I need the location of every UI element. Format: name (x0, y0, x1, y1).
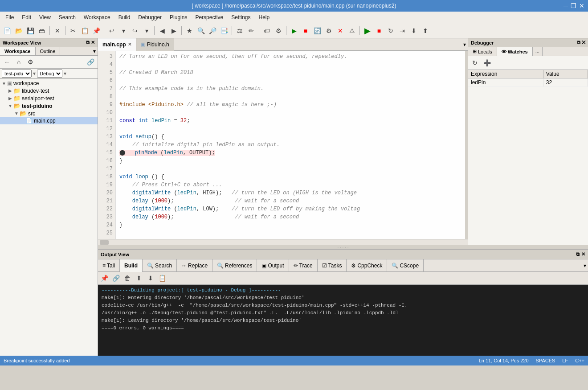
stop-build-btn[interactable]: ■ (300, 25, 311, 36)
out-tab-search[interactable]: 🔍 Search (143, 259, 177, 272)
horizontal-sash[interactable]: · · · · · (98, 245, 588, 249)
menu-help[interactable]: Help (255, 13, 274, 21)
tag2-btn[interactable]: ⚙ (273, 25, 284, 36)
save-btn[interactable]: 💾 (25, 25, 36, 36)
workspace-tab[interactable]: Workspace (0, 47, 36, 55)
tab-dropdown-btn[interactable]: ▾ (91, 47, 98, 55)
config-dropdown-btn[interactable]: ▾ (64, 70, 66, 77)
menu-debugger[interactable]: Debugger (135, 13, 165, 21)
dbg-tab-locals[interactable]: ⊞ Locals (468, 47, 497, 56)
tag-btn[interactable]: 🏷 (261, 25, 272, 36)
clean-btn[interactable]: 🔄 (312, 25, 323, 36)
dbg-tab-extra[interactable]: ... (533, 47, 543, 56)
out-copy-btn[interactable]: 📋 (157, 273, 167, 283)
undo-btn[interactable]: ↩ (106, 25, 117, 36)
close-btn[interactable]: ✕ (579, 2, 584, 9)
tab-maincpp[interactable]: main.cpp ✕ (98, 38, 136, 51)
tree-item-src[interactable]: ▼ 📂 src (0, 110, 98, 117)
out-tab-cscope[interactable]: 🔍 CScope (387, 259, 424, 272)
menu-view[interactable]: View (36, 13, 54, 21)
close-btn[interactable]: ✕ (52, 25, 63, 36)
code-editor[interactable]: // Turns an LED on for one second, then … (116, 51, 465, 239)
menu-perspective[interactable]: Perspective (192, 13, 227, 21)
config-selector[interactable]: Debug (37, 70, 62, 78)
tree-item-serialport[interactable]: ▶ 📁 serialport-test (0, 94, 98, 102)
menu-search[interactable]: Search (55, 13, 79, 21)
minimize-btn[interactable]: ─ (564, 2, 568, 9)
outline-tab[interactable]: Outline (36, 47, 61, 55)
out-tab-trace-label: Trace (299, 263, 313, 269)
horizontal-scrollbar[interactable] (98, 239, 468, 245)
dbg-refresh-btn[interactable]: ↻ (470, 57, 480, 68)
cut-btn[interactable]: ✂ (68, 25, 78, 36)
ws-settings-btn[interactable]: ⚙ (25, 57, 36, 67)
output-restore-btn[interactable]: ⧉ (576, 251, 580, 257)
ws-back-btn[interactable]: ← (2, 57, 12, 67)
refresh-btn[interactable]: ↻ (385, 25, 396, 36)
run-btn[interactable]: ▶ (362, 25, 373, 36)
open-file-btn[interactable]: 📂 (13, 25, 24, 36)
diff-btn[interactable]: ⚖ (234, 25, 245, 36)
project-selector[interactable]: test-pidu (2, 70, 32, 78)
build-settings-btn[interactable]: ⚙ (323, 25, 334, 36)
out-tab-tail[interactable]: ≡ Tail (98, 259, 120, 272)
nav-fwd-btn[interactable]: ▶ (168, 25, 179, 36)
debugger-close-btn[interactable]: ✕ (582, 40, 585, 45)
tab-scroll-btn[interactable]: ▾ (461, 41, 468, 48)
menu-workspace[interactable]: Workspace (80, 13, 114, 21)
out-link-btn[interactable]: 🔗 (110, 273, 121, 283)
out-scroll-up-btn[interactable]: ⬆ (134, 273, 144, 283)
nav-back-btn[interactable]: ◀ (157, 25, 167, 36)
stop-run-btn[interactable]: ■ (374, 25, 384, 36)
output-close-btn[interactable]: ✕ (581, 251, 585, 257)
paste-btn[interactable]: 📌 (91, 25, 102, 36)
build-warn-btn[interactable]: ⚠ (347, 25, 357, 36)
edit2-btn[interactable]: ✏ (246, 25, 257, 36)
menu-file[interactable]: File (2, 13, 17, 21)
save-all-btn[interactable]: 🗃 (37, 25, 47, 36)
dbg-next-btn[interactable]: ⇥ (397, 25, 408, 36)
ws-link-btn[interactable]: 🔗 (85, 57, 96, 67)
dbg-step-in-btn[interactable]: ⬇ (408, 25, 419, 36)
menu-settings[interactable]: Settings (228, 13, 254, 21)
out-tab-replace[interactable]: ↔ Replace (177, 259, 212, 272)
find-in-files-btn[interactable]: 📑 (219, 25, 229, 36)
out-tab-tasks[interactable]: ☑ Tasks (318, 259, 347, 272)
tree-item-libudev[interactable]: ▶ 📁 libudev-test (0, 87, 98, 94)
search-btn[interactable]: 🔍 (196, 25, 206, 36)
debugger-restore-btn[interactable]: ⧉ (577, 40, 580, 45)
undo-dropdown-btn[interactable]: ▾ (118, 25, 129, 36)
menu-build[interactable]: Build (115, 13, 134, 21)
out-tab-trace[interactable]: ✏ Trace (289, 259, 318, 272)
ws-home-btn[interactable]: ⌂ (13, 57, 24, 67)
out-tab-build[interactable]: Build (120, 259, 143, 272)
menu-plugins[interactable]: Plugins (166, 13, 191, 21)
tab-piduino[interactable]: ▣ Piduino.h (136, 38, 174, 51)
search2-btn[interactable]: 🔎 (207, 25, 218, 36)
bookmark-btn[interactable]: ★ (184, 25, 195, 36)
tab-maincpp-close[interactable]: ✕ (128, 42, 131, 47)
tree-item-testpiduino[interactable]: ▼ 📂 test-piduino (0, 102, 98, 110)
tree-item-maincpp[interactable]: 📄 main.cpp (0, 117, 98, 124)
workspace-panel-close-btn[interactable]: ✕ (91, 40, 95, 45)
out-tab-references[interactable]: 🔍 References (212, 259, 257, 272)
restore-btn[interactable]: ❐ (571, 2, 576, 9)
redo-dropdown-btn[interactable]: ▾ (141, 25, 152, 36)
out-scroll-down-btn[interactable]: ⬇ (145, 273, 156, 283)
out-pin-btn[interactable]: 📌 (99, 273, 110, 283)
menu-edit[interactable]: Edit (18, 13, 35, 21)
dbg-add-watch-btn[interactable]: ➕ (482, 57, 492, 68)
out-clear-btn[interactable]: 🗑 (122, 273, 133, 283)
output-tab-dropdown-btn[interactable]: ▾ (582, 263, 588, 269)
redo-btn[interactable]: ↪ (130, 25, 140, 36)
build-err-btn[interactable]: ✕ (335, 25, 346, 36)
out-tab-cppcheck[interactable]: ⚙ CppCheck (347, 259, 387, 272)
out-tab-output[interactable]: ▣ Output (257, 259, 289, 272)
tree-item-workspace[interactable]: ▼ ▣ workspace (0, 80, 98, 87)
build-btn[interactable]: ▶ (289, 25, 299, 36)
new-file-btn[interactable]: 📄 (2, 25, 12, 36)
copy-btn[interactable]: 📋 (79, 25, 90, 36)
workspace-panel-restore-btn[interactable]: ⧉ (86, 40, 90, 45)
dbg-tab-watches[interactable]: 👁 Watches (497, 47, 533, 56)
dbg-step-out-btn[interactable]: ⬆ (420, 25, 431, 36)
